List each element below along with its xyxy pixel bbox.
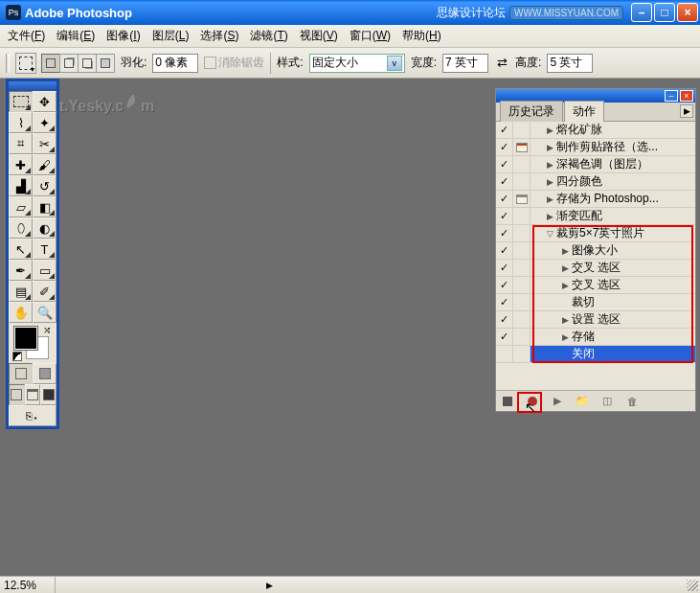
url-badge: WWW.MISSYUAN.COM: [509, 6, 623, 20]
menu-l[interactable]: 图层(L): [147, 26, 195, 46]
action-row[interactable]: ✓▽裁剪5×7英寸照片: [496, 225, 695, 242]
foreground-color[interactable]: [14, 327, 37, 350]
action-row[interactable]: ✓▶四分颜色: [496, 173, 695, 191]
height-input[interactable]: [547, 54, 593, 73]
app-icon: Ps: [6, 5, 21, 20]
workspace: Soft.Yesky.cm ✥ ⌇ ✦ ⌗ ✂ ✚ 🖌 ▟ ↺ ▱ ◧ ⬯ ◐ …: [0, 79, 700, 576]
feather-label: 羽化:: [121, 55, 147, 71]
tool-type[interactable]: T: [33, 239, 56, 260]
tool-pen[interactable]: ✒: [9, 260, 33, 281]
tool-wand[interactable]: ✦: [33, 112, 56, 133]
maximize-button[interactable]: □: [654, 3, 675, 22]
menubar: 文件(F)编辑(E)图像(I)图层(L)选择(S)滤镜(T)视图(V)窗口(W)…: [0, 25, 700, 48]
new-set-button[interactable]: 📁: [575, 395, 590, 408]
screen-full-menu-button[interactable]: [25, 384, 41, 405]
tool-history-brush[interactable]: ↺: [33, 175, 56, 196]
close-button[interactable]: ×: [677, 3, 698, 22]
tool-zoom[interactable]: 🔍: [33, 302, 56, 323]
selection-new-button[interactable]: [41, 54, 60, 73]
tool-eyedropper[interactable]: ✐: [33, 281, 56, 302]
menu-w[interactable]: 窗口(W): [344, 26, 396, 46]
default-colors-icon[interactable]: [12, 352, 22, 361]
actions-panel[interactable]: – × 历史记录 动作 ▶ ✓▶熔化矿脉✓▶制作剪贴路径（选...✓▶深褐色调（…: [495, 88, 696, 412]
forum-label: 思缘设计论坛: [437, 5, 506, 21]
panel-minimize-button[interactable]: –: [665, 90, 678, 102]
menu-e[interactable]: 编辑(E): [51, 26, 101, 46]
swap-colors-icon[interactable]: ⤭: [43, 325, 51, 335]
tool-slice[interactable]: ✂: [33, 133, 56, 154]
actions-list[interactable]: ✓▶熔化矿脉✓▶制作剪贴路径（选...✓▶深褐色调（图层）✓▶四分颜色✓▶存储为…: [496, 122, 695, 390]
action-row[interactable]: 关闭: [496, 346, 695, 363]
quickmask-mode-button[interactable]: [33, 363, 56, 384]
titlebar: Ps Adobe Photoshop 思缘设计论坛 WWW.MISSYUAN.C…: [0, 0, 700, 25]
tool-eraser[interactable]: ▱: [9, 196, 33, 217]
delete-button[interactable]: 🗑: [624, 395, 640, 408]
action-row[interactable]: ✓▶设置 选区: [496, 311, 695, 329]
action-row[interactable]: ✓▶存储为 Photoshop...: [496, 191, 695, 208]
tool-move[interactable]: ✥: [33, 91, 56, 112]
tool-stamp[interactable]: ▟: [9, 175, 33, 196]
panel-close-button[interactable]: ×: [680, 90, 693, 102]
tool-crop[interactable]: ⌗: [9, 133, 33, 154]
tool-shape[interactable]: ▭: [33, 260, 56, 281]
record-button[interactable]: [525, 395, 540, 408]
menu-f[interactable]: 文件(F): [2, 26, 51, 46]
action-row[interactable]: ✓▶交叉 选区: [496, 277, 695, 294]
app-title: Adobe Photoshop: [25, 6, 437, 20]
tab-actions[interactable]: 动作: [564, 101, 604, 122]
menu-v[interactable]: 视图(V): [294, 26, 344, 46]
style-label: 样式:: [277, 55, 303, 71]
tool-lasso[interactable]: ⌇: [9, 112, 33, 133]
menu-s[interactable]: 选择(S): [194, 26, 244, 46]
tab-history[interactable]: 历史记录: [500, 101, 563, 122]
tool-notes[interactable]: ▤: [9, 281, 33, 302]
selection-subtract-button[interactable]: [78, 54, 97, 73]
antialias-checkbox: 消除锯齿: [204, 55, 264, 71]
action-row[interactable]: ✓▶交叉 选区: [496, 260, 695, 277]
action-row[interactable]: ✓▶图像大小: [496, 242, 695, 260]
new-action-button[interactable]: ◫: [599, 395, 615, 408]
toolbox-drag-handle[interactable]: [9, 81, 56, 91]
menu-i[interactable]: 图像(I): [101, 26, 146, 46]
action-row[interactable]: ✓裁切: [496, 294, 695, 311]
width-input[interactable]: [442, 54, 488, 73]
tool-dodge[interactable]: ◐: [33, 217, 56, 239]
actions-footer: ▶ 📁 ◫ 🗑: [496, 390, 695, 411]
tool-brush[interactable]: 🖌: [33, 154, 56, 175]
action-row[interactable]: ✓▶制作剪贴路径（选...: [496, 139, 695, 156]
tool-blur[interactable]: ⬯: [9, 217, 33, 239]
action-row[interactable]: ✓▶存储: [496, 329, 695, 346]
toolbox[interactable]: ✥ ⌇ ✦ ⌗ ✂ ✚ 🖌 ▟ ↺ ▱ ◧ ⬯ ◐ ↖ T ✒ ▭ ▤ ✐ ✋ …: [6, 79, 59, 429]
jump-to-imageready-button[interactable]: ⎘▸: [9, 405, 56, 426]
selection-add-button[interactable]: [59, 54, 79, 73]
stop-button[interactable]: [500, 395, 515, 408]
screen-standard-button[interactable]: [9, 384, 25, 405]
zoom-level[interactable]: 12.5%: [0, 577, 56, 593]
tool-preset-button[interactable]: [15, 53, 36, 74]
play-button[interactable]: ▶: [550, 395, 565, 408]
options-handle[interactable]: [6, 54, 10, 73]
menu-h[interactable]: 帮助(H): [396, 26, 447, 46]
minimize-button[interactable]: –: [631, 3, 652, 22]
feather-input[interactable]: [152, 54, 198, 73]
swap-dimensions-button[interactable]: ⇄: [494, 56, 509, 71]
selection-intersect-button[interactable]: [96, 54, 115, 73]
tool-marquee[interactable]: [9, 91, 33, 112]
resize-grip[interactable]: [687, 580, 698, 591]
tool-healing[interactable]: ✚: [9, 154, 33, 175]
selection-mode-group: [42, 54, 115, 73]
menu-t[interactable]: 滤镜(T): [244, 26, 293, 46]
tool-path[interactable]: ↖: [9, 239, 33, 260]
style-select[interactable]: 固定大小v: [309, 54, 405, 73]
color-swatches[interactable]: ⤭: [9, 323, 56, 363]
tool-hand[interactable]: ✋: [9, 302, 33, 323]
panel-menu-button[interactable]: ▶: [680, 104, 693, 118]
screen-full-button[interactable]: [40, 384, 56, 405]
standard-mode-button[interactable]: [9, 363, 33, 384]
action-row[interactable]: ✓▶深褐色调（图层）: [496, 156, 695, 173]
tool-gradient[interactable]: ◧: [33, 196, 56, 217]
status-menu-arrow[interactable]: ▶: [266, 581, 273, 590]
action-row[interactable]: ✓▶熔化矿脉: [496, 122, 695, 139]
action-row[interactable]: ✓▶渐变匹配: [496, 208, 695, 225]
width-label: 宽度:: [411, 55, 437, 71]
